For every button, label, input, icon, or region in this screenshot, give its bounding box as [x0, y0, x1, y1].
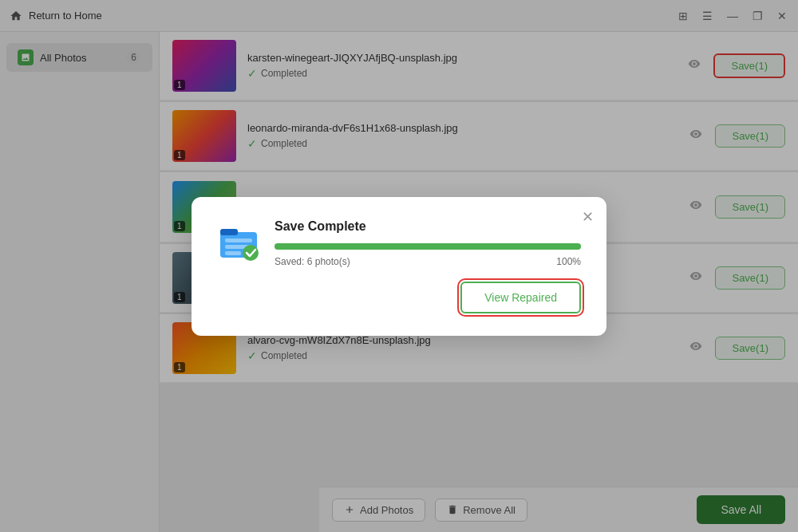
modal-footer: View Repaired [217, 282, 581, 313]
modal-close-button[interactable]: ✕ [582, 208, 594, 226]
progress-percent: 100% [556, 256, 581, 267]
progress-bar-fill [275, 243, 581, 250]
progress-info: Saved: 6 photo(s) 100% [275, 256, 581, 267]
saved-info: Saved: 6 photo(s) [275, 256, 350, 267]
progress-bar-container [275, 243, 581, 250]
svg-rect-4 [225, 251, 241, 255]
svg-rect-1 [220, 229, 238, 235]
save-complete-modal: ✕ Save Complete [192, 197, 606, 336]
view-repaired-button[interactable]: View Repaired [460, 282, 581, 313]
modal-overlay: ✕ Save Complete [0, 0, 798, 532]
svg-rect-2 [225, 238, 252, 242]
modal-title: Save Complete [275, 219, 581, 234]
modal-body: Save Complete Saved: 6 photo(s) 100% [275, 219, 581, 267]
svg-point-5 [243, 245, 259, 261]
modal-content: Save Complete Saved: 6 photo(s) 100% [217, 219, 581, 267]
modal-icon [217, 219, 260, 262]
